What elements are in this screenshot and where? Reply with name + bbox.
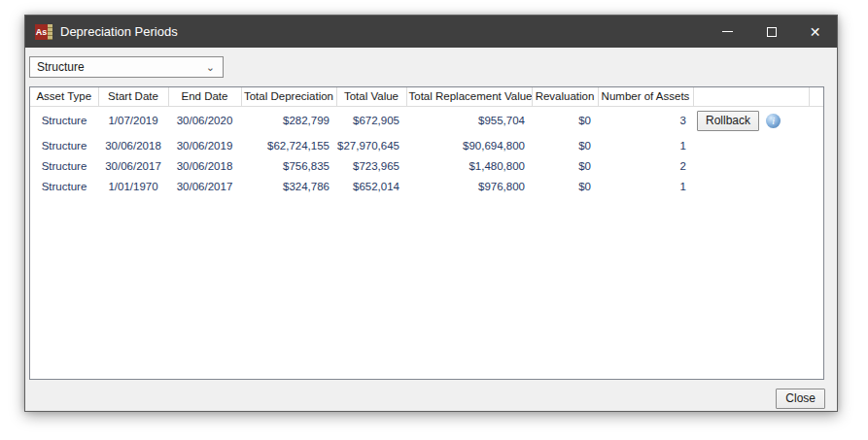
col-header-revaluation[interactable]: Revaluation	[532, 87, 598, 106]
cell-revaluation: $0	[532, 176, 598, 196]
col-header-end-date[interactable]: End Date	[168, 87, 241, 106]
cell-total-replacement-value: $955,704	[406, 106, 532, 135]
maximize-icon	[767, 27, 777, 37]
cell-start-date: 30/06/2017	[98, 155, 168, 176]
table-row[interactable]: Structure 30/06/2017 30/06/2018 $756,835…	[30, 155, 823, 176]
col-header-number-of-assets[interactable]: Number of Assets	[598, 87, 693, 106]
asset-type-dropdown[interactable]: Structure ⌄	[29, 56, 224, 78]
rollback-button[interactable]: Rollback	[697, 111, 759, 131]
table-row[interactable]: Structure 1/01/1970 30/06/2017 $324,786 …	[30, 176, 823, 196]
table-row[interactable]: Structure 30/06/2018 30/06/2019 $62,724,…	[30, 135, 823, 155]
col-header-start-date[interactable]: Start Date	[98, 87, 168, 106]
cell-total-value: $672,905	[336, 106, 406, 135]
cell-asset-type: Structure	[30, 106, 98, 135]
cell-total-depreciation: $282,799	[241, 106, 336, 135]
cell-end-date: 30/06/2018	[168, 155, 241, 176]
cell-number-of-assets: 1	[598, 135, 693, 155]
table-header-row: Asset Type Start Date End Date Total Dep…	[30, 87, 823, 106]
asset-type-dropdown-value: Structure	[30, 60, 206, 74]
cell-revaluation: $0	[532, 135, 598, 155]
window-title: Depreciation Periods	[60, 24, 706, 39]
cell-end-date: 30/06/2017	[168, 176, 241, 196]
cell-total-value: $723,965	[336, 155, 406, 176]
cell-actions: Rollback i	[693, 106, 809, 135]
cell-asset-type: Structure	[30, 176, 98, 196]
close-button[interactable]: Close	[776, 389, 825, 409]
cell-asset-type: Structure	[30, 155, 98, 176]
cell-total-replacement-value: $90,694,800	[406, 135, 532, 155]
cell-total-value: $652,014	[336, 176, 406, 196]
cell-revaluation: $0	[532, 106, 598, 135]
cell-revaluation: $0	[532, 155, 598, 176]
minimize-button[interactable]	[706, 16, 749, 48]
cell-number-of-assets: 1	[598, 176, 693, 196]
cell-total-value: $27,970,645	[336, 135, 406, 155]
window-controls: ✕	[706, 16, 837, 48]
cell-total-replacement-value: $1,480,800	[406, 155, 532, 176]
table-row[interactable]: Structure 1/07/2019 30/06/2020 $282,799 …	[30, 106, 823, 135]
cell-start-date: 1/07/2019	[98, 106, 168, 135]
maximize-button[interactable]	[749, 16, 793, 48]
depreciation-periods-table: Asset Type Start Date End Date Total Dep…	[29, 86, 824, 380]
cell-start-date: 1/01/1970	[98, 176, 168, 196]
close-window-button[interactable]: ✕	[793, 16, 837, 48]
window-footer: Close	[25, 382, 837, 411]
app-icon: As	[35, 24, 52, 40]
col-header-asset-type[interactable]: Asset Type	[30, 87, 98, 106]
col-header-total-replacement-value[interactable]: Total Replacement Value	[406, 87, 532, 106]
cell-total-depreciation: $62,724,155	[241, 135, 336, 155]
depreciation-periods-window: As Depreciation Periods ✕ Structure ⌄	[24, 15, 838, 412]
close-icon: ✕	[810, 25, 821, 39]
cell-total-depreciation: $756,835	[241, 155, 336, 176]
chevron-down-icon: ⌄	[206, 62, 223, 73]
cell-asset-type: Structure	[30, 135, 98, 155]
app-icon-text: As	[35, 24, 48, 40]
cell-end-date: 30/06/2019	[168, 135, 241, 155]
screen: As Depreciation Periods ✕ Structure ⌄	[0, 0, 868, 440]
col-header-filler	[809, 87, 823, 106]
cell-total-depreciation: $324,786	[241, 176, 336, 196]
minimize-icon	[722, 31, 733, 32]
cell-number-of-assets: 2	[598, 155, 693, 176]
col-header-actions	[693, 87, 809, 106]
titlebar[interactable]: As Depreciation Periods ✕	[25, 16, 837, 48]
col-header-total-depreciation[interactable]: Total Depreciation	[241, 87, 336, 106]
cell-number-of-assets: 3	[598, 106, 693, 135]
cell-end-date: 30/06/2020	[168, 106, 241, 135]
col-header-total-value[interactable]: Total Value	[336, 87, 406, 106]
cell-start-date: 30/06/2018	[98, 135, 168, 155]
app-icon-stripe	[48, 24, 52, 40]
cell-total-replacement-value: $976,800	[406, 176, 532, 196]
window-body: Structure ⌄ Asset Type Start Date End Da…	[25, 48, 837, 382]
info-icon[interactable]: i	[766, 114, 781, 128]
